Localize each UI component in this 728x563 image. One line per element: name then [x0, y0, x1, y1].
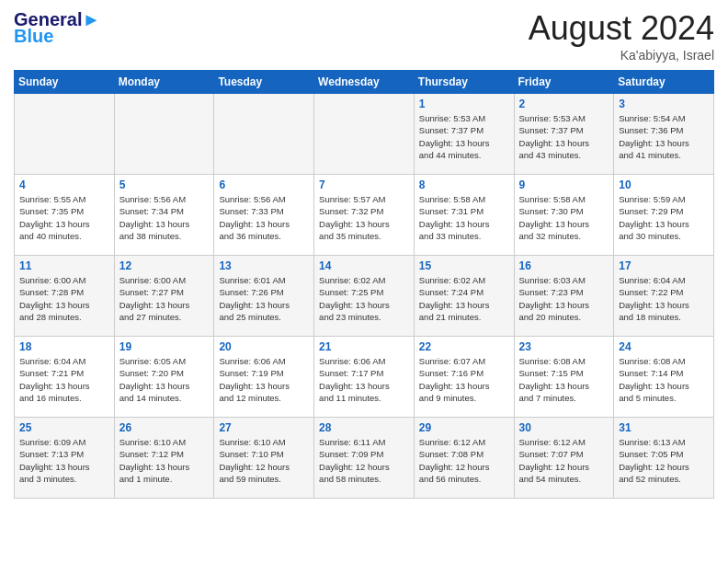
calendar-cell: 23Sunrise: 6:08 AM Sunset: 7:15 PM Dayli…: [514, 337, 614, 418]
day-info: Sunrise: 6:00 AM Sunset: 7:28 PM Dayligh…: [19, 274, 109, 323]
calendar-cell: 27Sunrise: 6:10 AM Sunset: 7:10 PM Dayli…: [214, 418, 314, 499]
logo: General► Blue: [14, 9, 100, 47]
calendar-cell: 28Sunrise: 6:11 AM Sunset: 7:09 PM Dayli…: [314, 418, 415, 499]
day-info: Sunrise: 6:11 AM Sunset: 7:09 PM Dayligh…: [319, 436, 409, 485]
day-number: 15: [419, 259, 509, 272]
day-info: Sunrise: 6:06 AM Sunset: 7:19 PM Dayligh…: [219, 355, 309, 404]
location: Ka'abiyya, Israel: [529, 48, 714, 63]
calendar-cell: 18Sunrise: 6:04 AM Sunset: 7:21 PM Dayli…: [15, 337, 115, 418]
calendar-cell: 3Sunrise: 5:54 AM Sunset: 7:36 PM Daylig…: [614, 94, 714, 175]
calendar-cell: [214, 94, 314, 175]
week-row-1: 1Sunrise: 5:53 AM Sunset: 7:37 PM Daylig…: [15, 94, 714, 175]
day-number: 24: [619, 340, 709, 353]
day-info: Sunrise: 6:04 AM Sunset: 7:21 PM Dayligh…: [19, 355, 109, 404]
day-number: 3: [619, 98, 709, 110]
day-number: 2: [519, 98, 609, 110]
day-info: Sunrise: 5:54 AM Sunset: 7:36 PM Dayligh…: [619, 112, 709, 161]
title-section: August 2024 Ka'abiyya, Israel: [529, 9, 714, 63]
day-info: Sunrise: 6:05 AM Sunset: 7:20 PM Dayligh…: [119, 355, 210, 404]
calendar-cell: 12Sunrise: 6:00 AM Sunset: 7:27 PM Dayli…: [114, 256, 214, 337]
page-header: General► Blue August 2024 Ka'abiyya, Isr…: [14, 9, 714, 63]
day-header-saturday: Saturday: [614, 71, 714, 94]
day-info: Sunrise: 5:57 AM Sunset: 7:32 PM Dayligh…: [319, 193, 409, 242]
day-info: Sunrise: 6:12 AM Sunset: 7:08 PM Dayligh…: [419, 436, 509, 485]
day-number: 1: [419, 98, 509, 110]
calendar-cell: 22Sunrise: 6:07 AM Sunset: 7:16 PM Dayli…: [414, 337, 514, 418]
day-header-thursday: Thursday: [414, 71, 514, 94]
day-info: Sunrise: 6:08 AM Sunset: 7:14 PM Dayligh…: [619, 355, 709, 404]
calendar-cell: 9Sunrise: 5:58 AM Sunset: 7:30 PM Daylig…: [514, 175, 614, 256]
calendar-cell: 17Sunrise: 6:04 AM Sunset: 7:22 PM Dayli…: [614, 256, 714, 337]
day-info: Sunrise: 6:01 AM Sunset: 7:26 PM Dayligh…: [219, 274, 309, 323]
day-info: Sunrise: 5:56 AM Sunset: 7:33 PM Dayligh…: [219, 193, 309, 242]
day-info: Sunrise: 6:04 AM Sunset: 7:22 PM Dayligh…: [619, 274, 709, 323]
day-info: Sunrise: 6:02 AM Sunset: 7:24 PM Dayligh…: [419, 274, 509, 323]
logo-subtext: Blue: [14, 26, 53, 47]
calendar-cell: 16Sunrise: 6:03 AM Sunset: 7:23 PM Dayli…: [514, 256, 614, 337]
day-info: Sunrise: 6:00 AM Sunset: 7:27 PM Dayligh…: [119, 274, 210, 323]
day-info: Sunrise: 6:09 AM Sunset: 7:13 PM Dayligh…: [19, 436, 109, 485]
day-number: 18: [19, 340, 109, 353]
calendar-table: SundayMondayTuesdayWednesdayThursdayFrid…: [14, 70, 714, 499]
day-number: 6: [219, 178, 309, 191]
day-info: Sunrise: 6:07 AM Sunset: 7:16 PM Dayligh…: [419, 355, 509, 404]
day-number: 19: [119, 340, 210, 353]
calendar-cell: 19Sunrise: 6:05 AM Sunset: 7:20 PM Dayli…: [114, 337, 214, 418]
week-row-3: 11Sunrise: 6:00 AM Sunset: 7:28 PM Dayli…: [15, 256, 714, 337]
day-info: Sunrise: 6:03 AM Sunset: 7:23 PM Dayligh…: [519, 274, 609, 323]
week-row-4: 18Sunrise: 6:04 AM Sunset: 7:21 PM Dayli…: [15, 337, 714, 418]
day-header-monday: Monday: [114, 71, 214, 94]
day-info: Sunrise: 6:10 AM Sunset: 7:12 PM Dayligh…: [119, 436, 210, 485]
day-info: Sunrise: 5:58 AM Sunset: 7:31 PM Dayligh…: [419, 193, 509, 242]
day-number: 11: [19, 259, 109, 272]
calendar-cell: [15, 94, 115, 175]
calendar-cell: 14Sunrise: 6:02 AM Sunset: 7:25 PM Dayli…: [314, 256, 415, 337]
day-number: 8: [419, 178, 509, 191]
day-info: Sunrise: 6:08 AM Sunset: 7:15 PM Dayligh…: [519, 355, 609, 404]
day-info: Sunrise: 6:02 AM Sunset: 7:25 PM Dayligh…: [319, 274, 409, 323]
calendar-cell: [314, 94, 415, 175]
day-number: 10: [619, 178, 709, 191]
day-number: 12: [119, 259, 210, 272]
day-number: 23: [519, 340, 609, 353]
month-title: August 2024: [529, 9, 714, 48]
day-info: Sunrise: 6:13 AM Sunset: 7:05 PM Dayligh…: [619, 436, 709, 485]
day-header-tuesday: Tuesday: [214, 71, 314, 94]
day-number: 28: [319, 421, 409, 434]
days-header-row: SundayMondayTuesdayWednesdayThursdayFrid…: [15, 71, 714, 94]
calendar-cell: 13Sunrise: 6:01 AM Sunset: 7:26 PM Dayli…: [214, 256, 314, 337]
calendar-cell: 7Sunrise: 5:57 AM Sunset: 7:32 PM Daylig…: [314, 175, 415, 256]
day-info: Sunrise: 6:06 AM Sunset: 7:17 PM Dayligh…: [319, 355, 409, 404]
week-row-5: 25Sunrise: 6:09 AM Sunset: 7:13 PM Dayli…: [15, 418, 714, 499]
day-number: 26: [119, 421, 210, 434]
calendar-cell: 10Sunrise: 5:59 AM Sunset: 7:29 PM Dayli…: [614, 175, 714, 256]
day-number: 17: [619, 259, 709, 272]
day-number: 14: [319, 259, 409, 272]
day-info: Sunrise: 5:53 AM Sunset: 7:37 PM Dayligh…: [419, 112, 509, 161]
calendar-cell: 2Sunrise: 5:53 AM Sunset: 7:37 PM Daylig…: [514, 94, 614, 175]
day-info: Sunrise: 5:59 AM Sunset: 7:29 PM Dayligh…: [619, 193, 709, 242]
calendar-cell: 29Sunrise: 6:12 AM Sunset: 7:08 PM Dayli…: [414, 418, 514, 499]
day-info: Sunrise: 5:55 AM Sunset: 7:35 PM Dayligh…: [19, 193, 109, 242]
day-header-sunday: Sunday: [15, 71, 115, 94]
day-header-wednesday: Wednesday: [314, 71, 415, 94]
day-number: 21: [319, 340, 409, 353]
day-number: 30: [519, 421, 609, 434]
calendar-cell: 30Sunrise: 6:12 AM Sunset: 7:07 PM Dayli…: [514, 418, 614, 499]
day-number: 22: [419, 340, 509, 353]
week-row-2: 4Sunrise: 5:55 AM Sunset: 7:35 PM Daylig…: [15, 175, 714, 256]
calendar-cell: 21Sunrise: 6:06 AM Sunset: 7:17 PM Dayli…: [314, 337, 415, 418]
day-info: Sunrise: 5:53 AM Sunset: 7:37 PM Dayligh…: [519, 112, 609, 161]
day-number: 13: [219, 259, 309, 272]
day-number: 25: [19, 421, 109, 434]
day-number: 20: [219, 340, 309, 353]
calendar-cell: 4Sunrise: 5:55 AM Sunset: 7:35 PM Daylig…: [15, 175, 115, 256]
day-number: 16: [519, 259, 609, 272]
calendar-cell: 15Sunrise: 6:02 AM Sunset: 7:24 PM Dayli…: [414, 256, 514, 337]
calendar-cell: 26Sunrise: 6:10 AM Sunset: 7:12 PM Dayli…: [114, 418, 214, 499]
calendar-cell: 8Sunrise: 5:58 AM Sunset: 7:31 PM Daylig…: [414, 175, 514, 256]
calendar-cell: 25Sunrise: 6:09 AM Sunset: 7:13 PM Dayli…: [15, 418, 115, 499]
calendar-cell: 20Sunrise: 6:06 AM Sunset: 7:19 PM Dayli…: [214, 337, 314, 418]
day-info: Sunrise: 6:12 AM Sunset: 7:07 PM Dayligh…: [519, 436, 609, 485]
calendar-cell: 1Sunrise: 5:53 AM Sunset: 7:37 PM Daylig…: [414, 94, 514, 175]
